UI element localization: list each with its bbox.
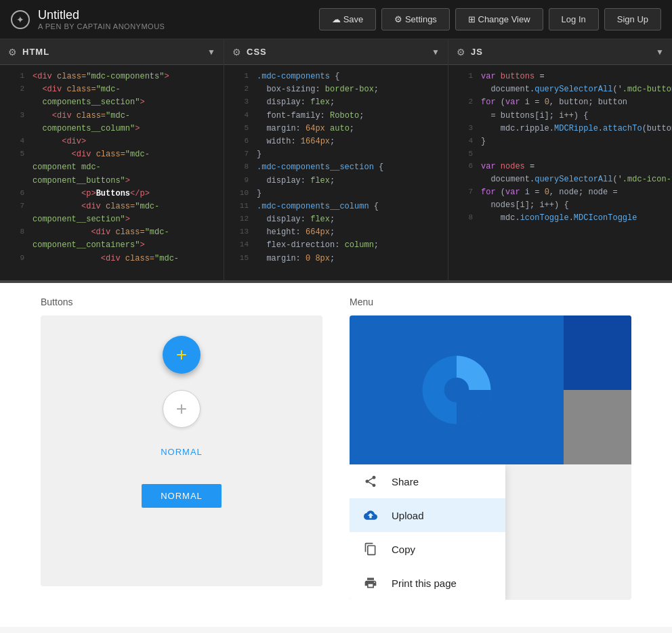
svg-point-1 xyxy=(444,378,469,403)
header-left: ✦ Untitled A PEN BY CAPTAIN ANONYMOUS xyxy=(11,8,165,30)
code-line: components__column"> xyxy=(0,123,224,135)
menu-image-dark-bottom xyxy=(564,390,631,464)
menu-card: Share Upload Copy xyxy=(350,315,631,600)
header: ✦ Untitled A PEN BY CAPTAIN ANONYMOUS ☁ … xyxy=(0,0,672,39)
normal-button[interactable]: NORMAL xyxy=(142,484,222,508)
menu-item-copy[interactable]: Copy xyxy=(350,532,505,566)
code-section: ⚙ HTML ▼ 1<div class="mdc-components"> 2… xyxy=(0,39,672,283)
buttons-card: + + NORMAL NORMAL xyxy=(41,315,322,586)
code-line: 2for (var i = 0, button; button xyxy=(448,96,672,109)
menu-item-copy-label: Copy xyxy=(392,544,415,555)
code-line: 8 <div class="mdc- xyxy=(0,226,224,239)
code-line: 5 margin: 64px auto; xyxy=(224,123,448,135)
js-gear-icon[interactable]: ⚙ xyxy=(457,47,465,58)
menu-dropdown: Share Upload Copy xyxy=(350,464,505,600)
code-line: = buttons[i]; i++) { xyxy=(448,110,672,123)
js-panel-title: JS xyxy=(471,47,483,57)
buttons-label: Buttons xyxy=(41,297,322,307)
code-line: 9 display: flex; xyxy=(224,175,448,188)
buttons-column: Buttons + + NORMAL NORMAL xyxy=(41,297,322,600)
html-panel-header: ⚙ HTML ▼ xyxy=(0,39,224,65)
fab-button-filled[interactable]: + xyxy=(163,336,201,374)
code-line: 9 <div class="mdc- xyxy=(0,253,224,265)
code-line: 1.mdc-components { xyxy=(224,70,448,83)
normal-label-text: NORMAL xyxy=(161,447,203,457)
code-line: nodes[i]; i++) { xyxy=(448,199,672,212)
save-button[interactable]: ☁ Save xyxy=(319,8,376,30)
code-line: 12 display: flex; xyxy=(224,213,448,226)
code-line: document.querySelectorAll('.mdc-icon-tog… xyxy=(448,173,672,186)
app-title: Untitled xyxy=(38,8,165,22)
print-icon xyxy=(363,575,378,590)
menu-image-blue xyxy=(350,315,564,464)
html-panel-header-left: ⚙ HTML xyxy=(8,47,49,58)
code-line: 4} xyxy=(448,135,672,148)
menu-column: Menu xyxy=(350,297,631,600)
code-line: 8.mdc-components__section { xyxy=(224,161,448,174)
code-line: 5 <div class="mdc- xyxy=(0,148,224,161)
code-line: component mdc- xyxy=(0,161,224,174)
code-line: 4 <div> xyxy=(0,135,224,148)
css-code-body[interactable]: 1.mdc-components { 2 box-sizing: border-… xyxy=(224,65,448,280)
code-line: 6 <p>Buttons</p> xyxy=(0,188,224,200)
code-line: 6var nodes = xyxy=(448,160,672,173)
code-line: 2 <div class="mdc- xyxy=(0,83,224,96)
html-chevron-icon[interactable]: ▼ xyxy=(207,47,215,57)
code-line: component__buttons"> xyxy=(0,175,224,188)
js-code-body[interactable]: 1var buttons = document.querySelectorAll… xyxy=(448,65,672,280)
css-panel-title: CSS xyxy=(247,47,267,57)
menu-image-dark-top xyxy=(564,315,631,390)
share-icon xyxy=(363,474,378,489)
code-line: 8 mdc.iconToggle.MDCIconToggle xyxy=(448,212,672,225)
code-line: 10} xyxy=(224,188,448,200)
pie-chart-icon xyxy=(419,353,494,427)
code-line: 14 flex-direction: column; xyxy=(224,239,448,252)
css-panel-header: ⚙ CSS ▼ xyxy=(224,39,448,65)
js-panel-header-left: ⚙ JS xyxy=(457,47,483,58)
code-line: 7} xyxy=(224,148,448,161)
logo-icon: ✦ xyxy=(11,10,30,29)
css-panel-header-left: ⚙ CSS xyxy=(232,47,267,58)
menu-image-dark xyxy=(564,315,631,464)
html-gear-icon[interactable]: ⚙ xyxy=(8,47,17,58)
login-button[interactable]: Log In xyxy=(549,8,599,30)
code-line: 2 box-sizing: border-box; xyxy=(224,83,448,96)
change-view-button[interactable]: ⊞ Change View xyxy=(455,8,543,30)
upload-icon xyxy=(363,508,378,523)
menu-item-share[interactable]: Share xyxy=(350,464,505,498)
menu-label: Menu xyxy=(350,297,631,307)
preview-section: Buttons + + NORMAL NORMAL Menu xyxy=(0,283,672,627)
preview-columns: Buttons + + NORMAL NORMAL Menu xyxy=(41,297,631,600)
menu-image-area xyxy=(350,315,631,464)
settings-button[interactable]: ⚙ Settings xyxy=(381,8,450,30)
js-panel-header: ⚙ JS ▼ xyxy=(448,39,672,65)
code-line: 1var buttons = xyxy=(448,70,672,83)
code-line: 7 <div class="mdc- xyxy=(0,200,224,213)
code-line: document.querySelectorAll('.mdc-button, … xyxy=(448,83,672,96)
code-line: 3 display: flex; xyxy=(224,96,448,109)
code-line: components__section"> xyxy=(0,96,224,109)
code-line: 1<div class="mdc-components"> xyxy=(0,70,224,83)
copy-icon xyxy=(363,542,378,556)
signup-button[interactable]: Sign Up xyxy=(604,8,661,30)
header-title-block: Untitled A PEN BY CAPTAIN ANONYMOUS xyxy=(38,8,165,30)
header-buttons: ☁ Save ⚙ Settings ⊞ Change View Log In S… xyxy=(319,8,661,30)
html-code-body[interactable]: 1<div class="mdc-components"> 2 <div cla… xyxy=(0,65,224,280)
code-line: 13 height: 664px; xyxy=(224,226,448,239)
code-line: 11.mdc-components__column { xyxy=(224,200,448,213)
css-gear-icon[interactable]: ⚙ xyxy=(232,47,241,58)
code-line: 6 width: 1664px; xyxy=(224,135,448,148)
menu-item-print[interactable]: Print this page xyxy=(350,566,505,600)
code-line: 15 margin: 0 8px; xyxy=(224,253,448,265)
code-line: 5 xyxy=(448,148,672,160)
js-chevron-icon[interactable]: ▼ xyxy=(656,47,664,57)
menu-item-upload[interactable]: Upload xyxy=(350,498,505,532)
css-chevron-icon[interactable]: ▼ xyxy=(432,47,440,57)
fab-button-outlined[interactable]: + xyxy=(163,390,201,428)
app-subtitle: A PEN BY CAPTAIN ANONYMOUS xyxy=(38,22,165,30)
code-line: 7for (var i = 0, node; node = xyxy=(448,186,672,199)
js-panel: ⚙ JS ▼ 1var buttons = document.querySele… xyxy=(448,39,672,280)
code-line: 4 font-family: Roboto; xyxy=(224,110,448,123)
code-line: 3 <div class="mdc- xyxy=(0,110,224,123)
menu-item-print-label: Print this page xyxy=(392,577,457,589)
